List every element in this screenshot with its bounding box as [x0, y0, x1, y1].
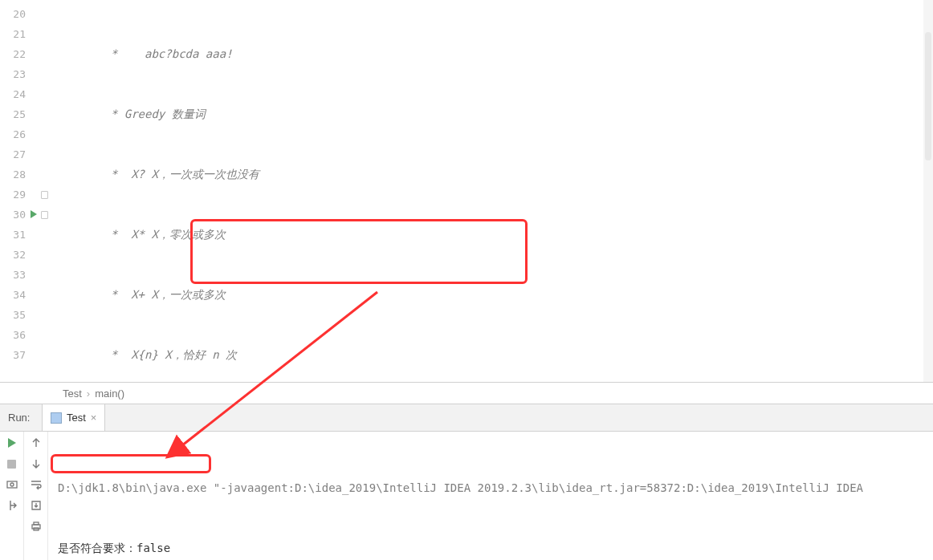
gutter-num: 24 — [0, 84, 50, 104]
run-panel-body: D:\jdk1.8\bin\java.exe "-javaagent:D:\id… — [0, 432, 933, 560]
rerun-icon[interactable] — [6, 436, 18, 449]
code-content[interactable]: * abc?bcda aaa! * Greedy 数量词 * X? X，一次或一… — [50, 0, 933, 382]
code-text: * Greedy 数量词 — [50, 108, 206, 120]
gutter-num: 23 — [0, 64, 50, 84]
application-icon — [51, 412, 62, 424]
breadcrumb-item[interactable]: main() — [95, 388, 124, 400]
arrow-down-icon[interactable] — [30, 457, 43, 470]
gutter-num: 34 — [0, 285, 50, 305]
gutter-num: 33 — [0, 265, 50, 285]
gutter-num: 29 — [0, 185, 50, 205]
gutter-num: 35 — [0, 305, 50, 325]
close-icon[interactable]: × — [91, 412, 97, 424]
fold-icon[interactable] — [41, 211, 48, 219]
print-icon[interactable] — [30, 520, 43, 533]
vertical-scrollbar[interactable] — [923, 0, 933, 382]
gutter: 20 21 22 23 24 25 26 27 28 29 30 31 32 3… — [0, 0, 50, 382]
code-text: * X+ X，一次或多次 — [50, 288, 226, 301]
gutter-num: 31 — [0, 225, 50, 245]
console-output[interactable]: D:\jdk1.8\bin\java.exe "-javaagent:D:\id… — [48, 432, 933, 560]
run-toolbar-right — [24, 432, 48, 560]
svg-point-1 — [10, 483, 14, 486]
gutter-num: 25 — [0, 104, 50, 124]
gutter-num: 32 — [0, 245, 50, 265]
annotation-box — [51, 454, 211, 473]
run-tab[interactable]: Test × — [42, 404, 105, 431]
fold-icon[interactable] — [41, 191, 48, 199]
code-text: * X? X，一次或一次也没有 — [50, 168, 259, 181]
breadcrumb-item[interactable]: Test — [63, 388, 82, 400]
dump-threads-icon[interactable] — [6, 478, 18, 491]
svg-rect-3 — [34, 522, 39, 525]
tab-title: Test — [67, 412, 86, 424]
console-line: D:\jdk1.8\bin\java.exe "-javaagent:D:\id… — [58, 478, 923, 498]
gutter-num: 36 — [0, 325, 50, 345]
breadcrumb: Test › main() — [0, 382, 933, 404]
code-text: * X{n} X，恰好 n 次 — [50, 348, 237, 361]
exit-icon[interactable] — [6, 499, 18, 512]
run-toolbar-left — [0, 432, 24, 560]
code-text: * X* X，零次或多次 — [50, 228, 226, 241]
scrollbar-thumb[interactable] — [925, 32, 931, 160]
svg-rect-0 — [7, 481, 17, 488]
gutter-num: 37 — [0, 345, 50, 365]
gutter-num: 30 — [0, 205, 50, 225]
gutter-num: 22 — [0, 44, 50, 64]
run-panel-header: Run: Test × — [0, 404, 933, 432]
gutter-num: 28 — [0, 164, 50, 185]
gutter-num: 21 — [0, 24, 50, 44]
stop-icon[interactable] — [6, 457, 18, 470]
soft-wrap-icon[interactable] — [30, 478, 43, 491]
chevron-right-icon: › — [87, 388, 90, 400]
code-text: * abc?bcda aaa! — [50, 47, 233, 60]
run-label: Run: — [0, 412, 35, 424]
gutter-num: 20 — [0, 4, 50, 24]
arrow-up-icon[interactable] — [30, 436, 43, 449]
gutter-num: 27 — [0, 144, 50, 164]
gutter-num: 26 — [0, 124, 50, 144]
scroll-to-end-icon[interactable] — [30, 499, 43, 512]
console-line: 是否符合要求：false — [58, 538, 923, 558]
code-editor[interactable]: 20 21 22 23 24 25 26 27 28 29 30 31 32 3… — [0, 0, 933, 382]
run-gutter-icon[interactable] — [31, 210, 37, 218]
